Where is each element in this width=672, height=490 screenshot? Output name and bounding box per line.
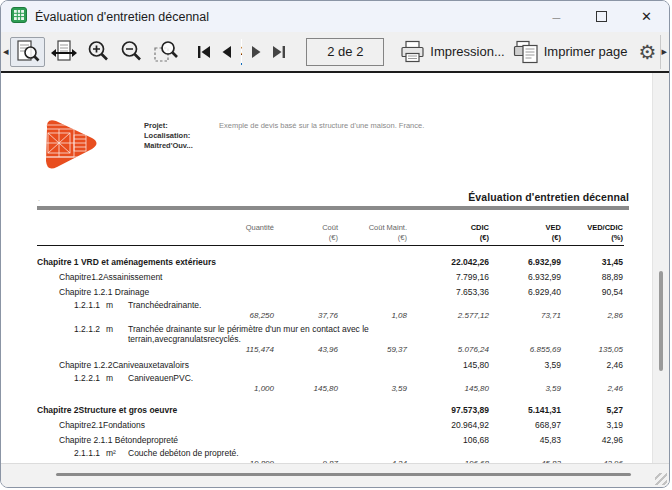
item-code: 1.2.1.2 bbox=[74, 324, 106, 344]
chapter-label: Chapitre 1 VRD et aménagements extérieur… bbox=[37, 257, 407, 267]
column-header-unit: (€) bbox=[274, 233, 338, 243]
previous-page-button[interactable] bbox=[217, 37, 236, 67]
cell-quantity: 1,000 bbox=[37, 384, 274, 394]
minimize-button[interactable]: – bbox=[534, 1, 579, 32]
cell-cost-maint: 1,08 bbox=[338, 311, 407, 321]
cell-ved-cdic: 90,54 bbox=[561, 287, 623, 297]
chevron-right-icon: ▸ bbox=[661, 46, 667, 57]
table-row-item: 1.2.1.1mTranchéedrainante. bbox=[37, 300, 623, 310]
table-row-chapter: Chapitre 1 VRD et aménagements extérieur… bbox=[37, 257, 623, 267]
column-header-label: VED bbox=[489, 223, 561, 233]
table-row-item: 1.2.1.2mTranchée drainante sur le périmè… bbox=[37, 324, 623, 344]
print-preview-window: Évaluation d'entretien décennal – ✕ ◂ bbox=[0, 0, 670, 488]
item-description: Tranchée drainante sur le périmètre d'un… bbox=[128, 324, 428, 344]
zoom-whole-page-button[interactable] bbox=[10, 37, 45, 67]
preview-area: Projet:Exemple de devis basé sur la stru… bbox=[1, 71, 669, 463]
vertical-scrollbar-thumb[interactable] bbox=[659, 271, 663, 371]
table-row-chapter: Chapitre 1.2.2Caniveauxetavaloirs145,803… bbox=[37, 360, 623, 370]
toolbar: ◂ bbox=[1, 32, 669, 71]
project-info-block: Projet:Exemple de devis basé sur la stru… bbox=[144, 121, 424, 151]
project-field-label: Localisation: bbox=[144, 131, 219, 141]
item-code: 1.2.1.1 bbox=[74, 300, 106, 310]
vertical-scrollbar[interactable] bbox=[652, 73, 669, 463]
cell-ved: 6.855,69 bbox=[489, 345, 561, 355]
toolbar-scroll-right-button[interactable]: ▸ bbox=[660, 35, 667, 69]
chapter-label: Chapitre2.1Fondations bbox=[37, 420, 407, 430]
cell-cost: 43,96 bbox=[274, 345, 338, 355]
cell-ved-cdic: 135,05 bbox=[561, 345, 623, 355]
project-field: Localisation: bbox=[144, 131, 424, 141]
print-button[interactable]: Impression... bbox=[397, 37, 507, 67]
cell-cost-maint: 3,59 bbox=[338, 384, 407, 394]
print-page-button[interactable]: Imprimer page bbox=[510, 37, 631, 67]
horizontal-scrollbar[interactable] bbox=[1, 463, 669, 487]
chapter-label: Chapitre 2.1.1 Bétondepropreté bbox=[37, 435, 407, 445]
column-header: Quantité bbox=[37, 223, 274, 242]
chapter-label: Chapitre 2Structure et gros oeuvre bbox=[37, 405, 407, 415]
fit-width-icon bbox=[50, 38, 78, 65]
chapter-label: Chapitre 1.2.2Caniveauxetavaloirs bbox=[37, 360, 407, 370]
cell-cdic: 97.573,89 bbox=[407, 405, 489, 415]
zoom-in-button[interactable] bbox=[83, 37, 114, 67]
table-row-item-values: 115,47443,9659,375.076,246.855,69135,05 bbox=[37, 345, 623, 355]
project-field-label: Projet: bbox=[144, 121, 219, 131]
print-button-label: Impression... bbox=[430, 44, 504, 59]
item-description: Couche debéton de propreté. bbox=[128, 448, 428, 458]
close-button[interactable]: ✕ bbox=[624, 1, 669, 32]
cell-cdic: 5.076,24 bbox=[407, 345, 489, 355]
cell-cdic: 106,68 bbox=[407, 435, 489, 445]
project-field-value: Exemple de devis basé sur la structure d… bbox=[219, 121, 424, 131]
last-page-button[interactable] bbox=[268, 37, 291, 67]
zoom-selection-icon bbox=[152, 39, 180, 65]
next-page-button[interactable] bbox=[247, 37, 266, 67]
table-header-row: Quantité Coût(€)Coût Maint.(€)CDIC(€)VED… bbox=[37, 223, 623, 242]
column-header-label: Quantité bbox=[37, 223, 274, 233]
table-row-chapter: Chapitre 2Structure et gros oeuvre97.573… bbox=[37, 405, 623, 415]
item-code: 2.1.1.1 bbox=[74, 448, 106, 458]
horizontal-scrollbar-thumb[interactable] bbox=[56, 473, 631, 476]
table-body: Chapitre 1 VRD et aménagements extérieur… bbox=[37, 257, 629, 463]
report-table: Évaluation d'entretien décennal Quantité… bbox=[37, 191, 629, 463]
column-header-unit: (%) bbox=[561, 233, 623, 243]
item-unit: m bbox=[106, 373, 128, 383]
gear-icon: ⚙ bbox=[639, 42, 657, 62]
toolbar-scroll-left-button[interactable]: ◂ bbox=[3, 35, 9, 69]
column-header-unit: (€) bbox=[338, 233, 407, 243]
settings-button[interactable]: ⚙ bbox=[636, 37, 660, 67]
header-rule bbox=[37, 245, 624, 246]
zoom-selection-button[interactable] bbox=[149, 37, 183, 67]
zoom-out-button[interactable] bbox=[116, 37, 147, 67]
column-header: Coût(€) bbox=[274, 223, 338, 242]
cell-cdic: 22.042,26 bbox=[407, 257, 489, 267]
cell-ved: 3,59 bbox=[489, 384, 561, 394]
item-unit: m bbox=[106, 300, 128, 310]
table-row-chapter: Chapitre 1.2.1 Drainage7.653,366.929,409… bbox=[37, 287, 623, 297]
page-number-input[interactable] bbox=[241, 43, 243, 58]
chapter-label: Chapitre 1.2.1 Drainage bbox=[37, 287, 407, 297]
maximize-icon bbox=[596, 11, 607, 22]
item-code: 1.2.2.1 bbox=[74, 373, 106, 383]
column-header-unit bbox=[37, 233, 274, 243]
page-number-field bbox=[241, 39, 243, 65]
cell-ved: 45,83 bbox=[489, 435, 561, 445]
cell-ved-cdic: 2,46 bbox=[561, 360, 623, 370]
table-row-item-values: 68,25037,761,082.577,1273,712,86 bbox=[37, 311, 623, 321]
cell-ved-cdic: 5,27 bbox=[561, 405, 623, 415]
item-description: CaniveauenPVC. bbox=[128, 373, 428, 383]
fit-width-button[interactable] bbox=[47, 37, 81, 67]
zoom-page-icon bbox=[14, 38, 41, 65]
cell-ved: 73,71 bbox=[489, 311, 561, 321]
printer-page-icon bbox=[513, 40, 539, 64]
maximize-button[interactable] bbox=[579, 1, 624, 32]
zoom-in-icon bbox=[86, 39, 111, 64]
resize-grip[interactable] bbox=[655, 473, 667, 485]
column-header-label: VED/CDIC bbox=[561, 223, 623, 233]
table-row-chapter: Chapitre 2.1.1 Bétondepropreté106,6845,8… bbox=[37, 435, 623, 445]
page-count-indicator: 2 de 2 bbox=[306, 38, 384, 66]
cell-ved: 6.929,40 bbox=[489, 287, 561, 297]
column-header-label: CDIC bbox=[407, 223, 489, 233]
column-header-unit: (€) bbox=[489, 233, 561, 243]
cell-cost-maint: 59,37 bbox=[338, 345, 407, 355]
table-row-chapter: Chapitre2.1Fondations20.964,92668,973,19 bbox=[37, 420, 623, 430]
first-page-button[interactable] bbox=[192, 37, 215, 67]
